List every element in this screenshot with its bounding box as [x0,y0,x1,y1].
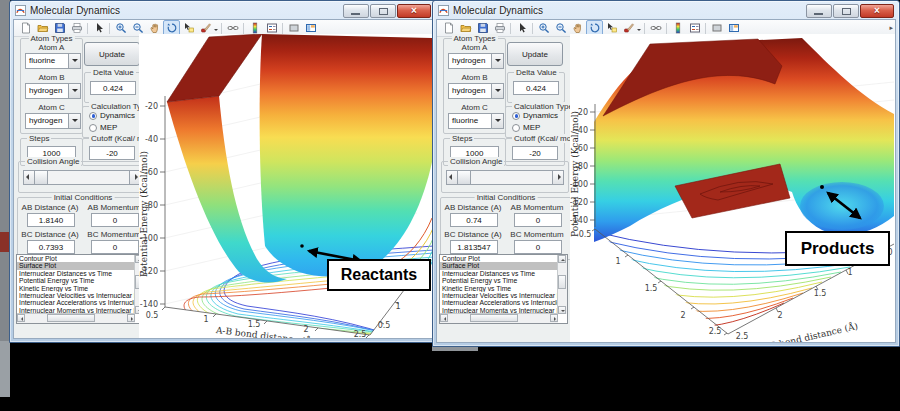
list-item-selected[interactable]: Surface Plot [17,262,135,269]
close-button[interactable]: × [860,4,894,18]
zoom-in-button[interactable] [535,20,552,36]
atom-b-dropdown[interactable]: hydrogen [448,83,504,99]
bc-momentum-field[interactable] [91,240,139,254]
list-item[interactable]: Internuclear Distances vs Time [17,270,135,277]
zoom-out-icon [132,22,144,34]
surface-plot-axes[interactable]: -20 -40 -60 -80 -100 -120 -140 0.5 1 1.5… [139,34,433,339]
collision-angle-slider[interactable] [23,170,141,185]
close-button[interactable]: × [397,4,431,18]
dropdown-arrow-icon[interactable] [491,84,503,98]
slider-thumb[interactable] [35,171,48,184]
update-button[interactable]: Update [507,42,563,66]
dynamics-radio[interactable]: Dynamics [512,111,558,120]
list-item[interactable]: Internuclear Accelerations vs Internucle… [17,299,135,306]
atom-c-dropdown[interactable]: fluorine [448,113,504,129]
delta-value-field[interactable] [513,81,559,95]
scroll-right-button[interactable] [127,314,135,322]
slider-left-arrow[interactable] [24,171,35,184]
dynamics-label: Dynamics [523,111,558,120]
dynamics-radio[interactable]: Dynamics [89,111,135,120]
plot-type-listbox[interactable]: Contour Plot Surface Plot Internuclear D… [16,254,145,324]
ab-momentum-label: AB Momentum [507,203,567,212]
brush-dropdown-caret[interactable] [637,29,641,33]
list-item[interactable]: Internuclear Accelerations vs Internucle… [440,299,558,306]
atom-a-dropdown[interactable]: fluorine [25,53,81,69]
collision-angle-slider[interactable] [446,170,564,185]
list-item-selected[interactable]: Surface Plot [440,262,558,269]
dropdown-arrow-icon[interactable] [491,54,503,68]
brush-dropdown-caret[interactable] [214,29,218,33]
list-item[interactable]: Contour Plot [17,255,135,262]
svg-text:1: 1 [615,257,620,266]
dropdown-arrow-icon[interactable] [68,114,80,128]
zoom-in-button[interactable] [112,20,129,36]
ab-distance-field[interactable] [27,213,75,227]
titlebar[interactable]: Molecular Dynamics × [10,1,436,19]
titlebar[interactable]: Molecular Dynamics × [433,1,899,19]
plot-type-listbox[interactable]: Contour Plot Surface Plot Internuclear D… [439,254,568,324]
toolbar-separator [243,23,244,34]
atom-types-title: Atom Types [28,34,74,43]
hide-tools-icon [711,22,723,34]
scroll-up-button[interactable] [558,255,566,263]
ab-momentum-field[interactable] [91,213,139,227]
toolbar-separator [532,23,533,34]
cutoff-field[interactable] [89,146,135,160]
list-item[interactable]: Kinetic Energy vs Time [440,285,558,292]
minimize-button[interactable] [343,4,369,18]
bc-momentum-field[interactable] [514,240,562,254]
list-item[interactable]: Kinetic Energy vs Time [17,285,135,292]
horizontal-scrollbar[interactable] [17,313,135,323]
scroll-right-button[interactable] [550,314,558,322]
svg-text:1.5: 1.5 [248,320,261,329]
minimize-button[interactable] [806,4,832,18]
edit-plot-button[interactable] [513,20,530,36]
zoom-out-button[interactable] [552,20,569,36]
left-arrow-icon [442,317,446,321]
maximize-button[interactable] [833,4,859,18]
bc-distance-field[interactable] [450,240,498,254]
scroll-down-button[interactable] [558,306,566,314]
slider-right-arrow[interactable] [552,171,563,184]
colorbar-icon [672,22,684,34]
scroll-left-button[interactable] [440,314,448,322]
dropdown-arrow-icon[interactable] [491,114,503,128]
svg-text:2: 2 [777,311,782,320]
maximize-icon [842,8,851,15]
list-item[interactable]: Internuclear Velocities vs Internuclear … [440,292,558,299]
slider-left-arrow[interactable] [447,171,458,184]
horizontal-scroll-thumb[interactable] [470,314,518,322]
list-item[interactable]: Contour Plot [440,255,558,262]
horizontal-scroll-thumb[interactable] [47,314,95,322]
cutoff-field[interactable] [512,146,558,160]
update-button[interactable]: Update [84,42,140,66]
list-item[interactable]: Potential Energy vs Time [17,277,135,284]
toolbar-overflow-icon[interactable]: ▸ [889,24,893,32]
dropdown-arrow-icon[interactable] [68,84,80,98]
atom-c-dropdown[interactable]: hydrogen [25,113,81,129]
maximize-button[interactable] [370,4,396,18]
ab-distance-field[interactable] [450,213,498,227]
svg-text:2.5: 2.5 [354,330,367,339]
atom-b-dropdown[interactable]: hydrogen [25,83,81,99]
horizontal-scrollbar[interactable] [440,313,558,323]
dropdown-arrow-icon[interactable] [68,54,80,68]
atom-a-dropdown[interactable]: hydrogen [448,53,504,69]
bc-distance-field[interactable] [27,240,75,254]
toolbar-separator [510,23,511,34]
vertical-scroll-thumb[interactable] [558,275,566,289]
edit-plot-button[interactable] [90,20,107,36]
vertical-scrollbar[interactable] [557,255,567,314]
close-icon: × [861,4,893,17]
scroll-left-button[interactable] [17,314,25,322]
mep-radio[interactable]: MEP [512,123,540,132]
slider-thumb[interactable] [458,171,471,184]
list-item[interactable]: Internuclear Velocities vs Internuclear … [17,292,135,299]
list-item[interactable]: Internuclear Distances vs Time [440,270,558,277]
svg-text:2: 2 [303,325,308,334]
delta-value-field[interactable] [90,81,136,95]
list-item[interactable]: Potential Energy vs Time [440,277,558,284]
surface-plot-axes[interactable]: -20 -40 -60 -80 -100 -120 -140 0.5 1 1.5… [570,34,896,343]
mep-radio[interactable]: MEP [89,123,117,132]
ab-momentum-field[interactable] [514,213,562,227]
